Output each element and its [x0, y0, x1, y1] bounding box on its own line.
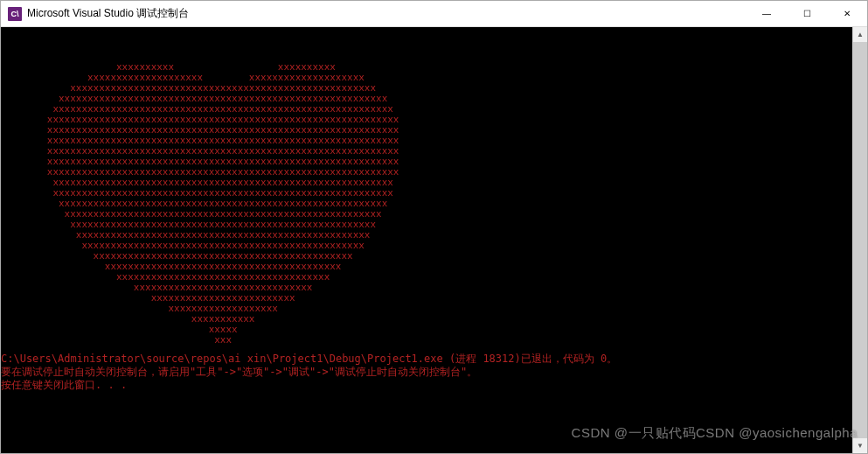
scroll-track[interactable] — [853, 42, 867, 438]
console-output-text: C:\Users\Administrator\source\repos\ai x… — [1, 353, 852, 392]
console-area: xxxxxxxxxx xxxxxxxxxx xxxxxxxxxxxxxxxxxx… — [1, 27, 867, 453]
ascii-heart-art: xxxxxxxxxx xxxxxxxxxx xxxxxxxxxxxxxxxxxx… — [1, 62, 852, 346]
vs-icon: C\ — [8, 7, 22, 21]
scroll-up-button[interactable]: ▲ — [853, 27, 867, 42]
titlebar: C\ Microsoft Visual Studio 调试控制台 — ☐ ✕ — [1, 1, 867, 27]
close-button[interactable]: ✕ — [827, 1, 867, 26]
scroll-thumb[interactable] — [853, 42, 867, 438]
vertical-scrollbar[interactable]: ▲ ▼ — [852, 27, 867, 453]
console-window: C\ Microsoft Visual Studio 调试控制台 — ☐ ✕ x… — [0, 0, 868, 454]
window-title: Microsoft Visual Studio 调试控制台 — [27, 6, 746, 21]
minimize-button[interactable]: — — [746, 1, 787, 26]
scroll-down-button[interactable]: ▼ — [853, 438, 867, 453]
window-controls: — ☐ ✕ — [746, 1, 867, 26]
maximize-button[interactable]: ☐ — [787, 1, 827, 26]
console-content[interactable]: xxxxxxxxxx xxxxxxxxxx xxxxxxxxxxxxxxxxxx… — [1, 27, 852, 453]
